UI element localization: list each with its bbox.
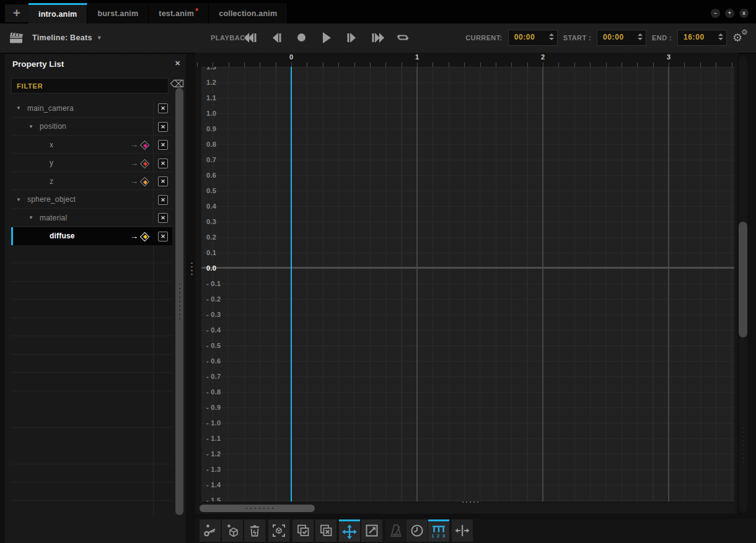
zero-value-line (201, 267, 734, 269)
start-time-stepper[interactable] (638, 33, 643, 40)
current-time-field[interactable]: 00:00 (508, 30, 558, 46)
value-axis-label: 1.1 (206, 94, 216, 102)
beats-digits-label: 1 2 3 (431, 534, 446, 538)
value-axis-label: 0.7 (206, 156, 216, 163)
editor-hscrollbar-thumb[interactable] (200, 505, 315, 512)
filter-input[interactable] (12, 79, 168, 93)
remove-property-button[interactable]: ✕ (158, 159, 168, 168)
goto-key-arrow-icon[interactable]: → (130, 154, 138, 173)
goto-key-arrow-icon[interactable]: → (130, 227, 138, 246)
expander-triangle-icon[interactable]: ▼ (29, 118, 33, 136)
minimize-button[interactable]: – (711, 9, 720, 18)
settings-gears-button[interactable]: ⚙⚙ (732, 28, 751, 47)
skip-to-end-button[interactable] (369, 29, 386, 46)
property-row-x[interactable]: x→✕ (11, 136, 172, 154)
start-time-field[interactable]: 00:00 (597, 30, 646, 46)
remove-property-button[interactable]: ✕ (158, 213, 168, 223)
goto-key-arrow-icon[interactable]: → (130, 172, 138, 191)
value-axis-label: 0.1 (206, 249, 216, 256)
expander-triangle-icon[interactable]: ▼ (29, 209, 33, 227)
property-row-position[interactable]: ▼position✕ (11, 118, 172, 136)
ruler-tick (684, 63, 685, 67)
tab-collection-anim[interactable]: collection.anim (209, 3, 288, 24)
property-row-material[interactable]: ▼material✕ (11, 209, 172, 227)
playhead[interactable] (291, 67, 292, 502)
play-button[interactable] (318, 29, 335, 46)
property-row-y[interactable]: y→✕ (11, 154, 172, 173)
move-tool-button[interactable] (339, 519, 360, 542)
ruler-tick (197, 63, 198, 67)
property-label: material (40, 209, 67, 227)
beats-display-button[interactable]: 1 2 3 (428, 519, 449, 542)
curve-grid[interactable]: 1.31.21.11.00.90.80.70.60.50.40.30.20.10… (201, 67, 734, 502)
keyframe-diamond-icon[interactable] (139, 140, 149, 150)
add-object-button[interactable] (222, 519, 243, 542)
property-row-main_camera[interactable]: ▼main_camera✕ (11, 99, 172, 118)
beat-gridline (416, 67, 418, 502)
property-row-sphere_object[interactable]: ▼sphere_object✕ (11, 191, 172, 209)
skip-to-start-icon (244, 33, 257, 43)
panel-scrollbar[interactable] (175, 88, 183, 515)
beat-label: 3 (667, 53, 670, 61)
current-time-stepper[interactable] (549, 33, 554, 40)
ruler-tick (653, 63, 654, 67)
keyframe-diamond-icon[interactable] (139, 176, 149, 186)
scale-tool-button[interactable] (361, 519, 382, 542)
delete-button[interactable] (244, 519, 265, 542)
editor-resize-handle[interactable] (462, 502, 478, 503)
property-row-z[interactable]: z→✕ (11, 172, 172, 191)
close-button[interactable]: x (739, 9, 749, 18)
remove-property-button[interactable]: ✕ (158, 195, 168, 205)
end-time-value: 16:00 (683, 30, 705, 45)
select-all-button[interactable] (292, 519, 314, 542)
keyframe-diamond-icon[interactable] (139, 159, 149, 168)
ruler-tick (291, 63, 292, 67)
panel-splitter-handle[interactable] (191, 263, 193, 277)
remove-property-button[interactable]: ✕ (158, 122, 168, 132)
split-view-button[interactable] (452, 519, 473, 542)
remove-property-button[interactable]: ✕ (158, 232, 168, 241)
panel-close-button[interactable]: ✕ (173, 59, 182, 68)
editor-horizontal-scrollbar[interactable] (198, 503, 735, 513)
expander-triangle-icon[interactable]: ▼ (16, 191, 21, 209)
timeline-mode-dropdown[interactable]: Timeline: Beats ▼ (32, 24, 102, 51)
panel-scrollbar-thumb[interactable] (175, 88, 183, 515)
value-axis-label: - 0.8 (206, 388, 221, 396)
remove-property-button[interactable]: ✕ (158, 103, 168, 113)
skip-to-start-button[interactable] (242, 29, 259, 46)
record-button[interactable] (292, 29, 310, 46)
skip-to-end-icon (371, 33, 384, 43)
tab-test-anim[interactable]: test.anim* (149, 3, 209, 24)
frame-selection-button[interactable] (268, 519, 289, 542)
property-row-diffuse[interactable]: diffuse→✕ (11, 227, 172, 246)
editor-vertical-scrollbar[interactable] (739, 56, 747, 513)
goto-key-arrow-icon[interactable]: → (130, 136, 138, 154)
end-time-field[interactable]: 16:00 (677, 30, 727, 46)
editor-vscrollbar-thumb[interactable] (739, 222, 747, 337)
remove-property-button[interactable]: ✕ (158, 176, 168, 186)
clock-button[interactable] (407, 519, 428, 542)
end-time-stepper[interactable] (718, 33, 723, 40)
beat-label: 0 (289, 53, 293, 61)
step-back-button[interactable] (267, 29, 284, 46)
deselect-all-button[interactable] (315, 519, 336, 542)
loop-button[interactable] (394, 29, 411, 46)
ruler-tick (276, 63, 276, 67)
beat-ruler[interactable]: 0123 (195, 53, 737, 67)
remove-property-button[interactable]: ✕ (158, 140, 168, 150)
keyframe-diamond-icon[interactable] (139, 232, 149, 241)
new-tab-button[interactable]: + (5, 4, 29, 22)
metronome-button (385, 519, 407, 542)
tab-intro-anim[interactable]: intro.anim (29, 3, 87, 24)
start-time-value: 00:00 (603, 30, 624, 45)
value-axis-label: 1.0 (206, 110, 216, 117)
ruler-tick (370, 63, 371, 67)
ruler-tick (590, 63, 591, 67)
cube-frame-icon (272, 524, 286, 537)
expander-triangle-icon[interactable]: ▼ (16, 99, 21, 118)
tab-burst-anim[interactable]: burst.anim (87, 3, 149, 24)
step-forward-button[interactable] (343, 29, 361, 46)
ruler-tick (244, 63, 245, 67)
add-key-button[interactable] (200, 519, 221, 542)
zoom-button[interactable]: + (725, 9, 734, 18)
